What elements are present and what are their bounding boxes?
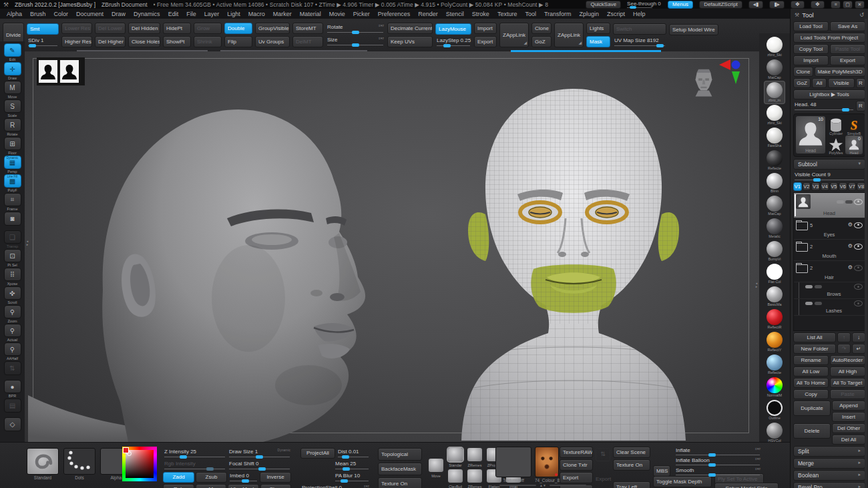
menu-preferences[interactable]: Preferences (374, 10, 415, 18)
material-12-reflectr[interactable]: ReflectR (765, 308, 785, 330)
axis-gizmo-icon[interactable] (718, 58, 747, 85)
material-9-bumpvi[interactable]: BumpVi (765, 240, 785, 262)
lefttool-xpose[interactable]: ⠿Xpose (3, 268, 21, 286)
shelf-delmt-button[interactable]: DelMT (292, 36, 323, 47)
menu-document[interactable]: Document (72, 10, 107, 18)
tray-topological-button[interactable]: Topological (378, 448, 422, 461)
view-orientation-head-icon[interactable] (692, 67, 715, 97)
subtool-arrow-button[interactable]: ↵ (852, 344, 865, 354)
material-13-reflecty[interactable]: ReflectY (765, 331, 785, 353)
flip-v-icon[interactable]: ⇅ (596, 448, 610, 461)
lefttool-actual[interactable]: ⚲Actual (3, 324, 21, 342)
doc-thumb-2[interactable] (60, 60, 79, 83)
subtool-new-folder-button[interactable]: New Folder (793, 344, 836, 354)
shelf-decimate-current-button[interactable]: Decimate Current (387, 23, 433, 34)
visibility-eye-icon[interactable] (854, 199, 863, 205)
subtool-autoreorder-button[interactable]: AutoReorder (830, 355, 865, 365)
texture-clone-txtr-button[interactable]: Clone Txtr (560, 459, 593, 471)
shelf-size-slider[interactable]: Size≡▾z (326, 36, 385, 47)
tray-inflate-slider[interactable]: Inflate≡▾z (674, 447, 761, 457)
left-tray-collapse-arrows[interactable]: ◂▸ (25, 240, 30, 246)
lefttool-rotate[interactable]: RRotate (3, 118, 21, 136)
lefttool-polyf[interactable]: ▩Line FillPolyF (3, 174, 21, 192)
subtool-all-high-button[interactable]: All High (830, 367, 865, 377)
see-through-slider[interactable]: See-through 0 (627, 1, 662, 8)
restore-button[interactable]: ▢ (843, 1, 853, 9)
subtool-item-eyes[interactable]: 5⚙Eyes (794, 218, 865, 240)
shelf-lazymouse-button[interactable]: LazyMouse (435, 23, 471, 35)
menu-picker[interactable]: Picker (349, 10, 374, 18)
texture-off-thumb[interactable]: Texture Off (495, 447, 531, 483)
shelf-goz-button[interactable]: GoZ (531, 36, 552, 47)
menu-alpha[interactable]: Alpha (3, 10, 26, 18)
menu-edit[interactable]: Edit (164, 10, 183, 18)
shelf-toggle-right-icon[interactable]: ▮▸ (769, 1, 784, 9)
menus-toggle-button[interactable]: Menus (668, 1, 693, 9)
visible-count-slider-inner[interactable]: Visible Count 9 (793, 171, 865, 182)
menu-dynamics[interactable]: Dynamics (130, 10, 164, 18)
subtool-tab-v6[interactable]: V6 (839, 182, 847, 191)
pa-blur-10-slider[interactable]: PA Blur 10 (334, 472, 370, 483)
tray-texture-on-button[interactable]: Texture On (613, 459, 650, 471)
subtool-arrow-button[interactable]: ↓ (852, 332, 865, 342)
shelf-export-button[interactable]: Export (474, 36, 497, 47)
lefttool-persp[interactable]: ▦DynamicPersp (3, 156, 21, 174)
tool-copy-tool-button[interactable]: Copy Tool (793, 44, 829, 54)
tool-thumb-head[interactable]: 0 Head (845, 136, 863, 154)
shelf-track-1[interactable] (77, 50, 208, 51)
tool-visible-button[interactable]: Visible (828, 78, 855, 88)
menu-stroke[interactable]: Stroke (468, 10, 493, 18)
lefttool-draw[interactable]: ✛Draw (3, 62, 21, 80)
material-2-zbro-m[interactable]: zbro_m (765, 81, 785, 103)
menu-stencil[interactable]: Stencil (442, 10, 468, 18)
shelf-higher-res-button[interactable]: Higher Res (61, 36, 92, 47)
tray-clear-scene-button[interactable]: Clear Scene (613, 447, 650, 458)
setup-model-side-button[interactable]: Setup Model Side (714, 483, 779, 488)
lefttool-gizmo[interactable]: ◇ (3, 417, 21, 435)
lefttool-edit[interactable]: ✎Edit (3, 43, 21, 61)
shelf-close-holes-button[interactable]: Close Holes (128, 36, 160, 47)
shelf-showpt-button[interactable]: ShowPt (163, 36, 191, 47)
lefttool-bpr[interactable]: ●BPR (3, 380, 21, 398)
lefttool-transp[interactable]: ❏Transp (3, 230, 21, 248)
shelf-smt-button[interactable]: Smt (27, 23, 59, 35)
default-zscript-button[interactable]: DefaultZScript (699, 1, 742, 9)
lefttool-ptsel[interactable]: ⊡Pt Sel (3, 249, 21, 267)
close-button[interactable]: ✕ (855, 1, 865, 9)
lefttool-frame[interactable]: ⌗Frame (3, 193, 21, 211)
minimize-button[interactable]: ≡ (831, 1, 841, 9)
texture-textureraw-button[interactable]: TextureRAW (560, 447, 593, 458)
projectall-button[interactable]: ProjectAll (300, 448, 335, 459)
focal-shift-slider[interactable]: Focal Shift 0 (228, 460, 291, 471)
tray-divider-handle[interactable]: ▲▼ (499, 483, 586, 487)
menu-tool[interactable]: Tool (521, 10, 540, 18)
menu-transform[interactable]: Transform (540, 10, 576, 18)
subtool-duplicate-button[interactable]: Duplicate (793, 401, 831, 416)
tool-restore-icon[interactable]: ↺ (859, 12, 864, 18)
brush-claybuil[interactable]: ClayBuil (447, 468, 464, 484)
subtool-del-all-button[interactable]: Del All (832, 435, 865, 445)
subtool-tab-v5[interactable]: V5 (830, 182, 839, 191)
visibility-eye-icon[interactable] (854, 244, 863, 250)
tool-load-tool-button[interactable]: Load Tool (793, 21, 829, 31)
rgb-intensity-slider[interactable]: Rgb Intensity (163, 460, 226, 471)
folder-gear-icon[interactable]: ⚙ (848, 222, 853, 228)
brush-standar[interactable]: Standar (447, 447, 464, 463)
subtool-rename-button[interactable]: Rename (793, 355, 829, 365)
folder-gear-icon[interactable]: ⚙ (848, 265, 853, 270)
subtool-item-head[interactable]: Head (794, 193, 865, 218)
shelf-zapplink-button[interactable]: ZAppLink◢ (499, 23, 529, 47)
menu-light[interactable]: Light (223, 10, 244, 18)
tool-export-button[interactable]: Export (830, 55, 865, 65)
material-15-normalm[interactable]: NormalM (765, 377, 785, 399)
head-slider-r-button[interactable]: R (856, 101, 865, 111)
menu-layer[interactable]: Layer (200, 10, 224, 18)
subtool-item-brows[interactable]: Brows (794, 282, 865, 299)
tool-clone-button[interactable]: Clone (793, 67, 813, 77)
shelf-mask-button[interactable]: Mask (586, 36, 610, 47)
color-picker[interactable] (122, 447, 157, 481)
tool-save-as-button[interactable]: Save As (830, 21, 865, 31)
z-intensity-slider[interactable]: Z Intensity 25 (163, 448, 226, 459)
zsub-toggle[interactable]: Zsub (196, 472, 227, 483)
subtool-del-other-button[interactable]: Del Other (832, 423, 865, 433)
